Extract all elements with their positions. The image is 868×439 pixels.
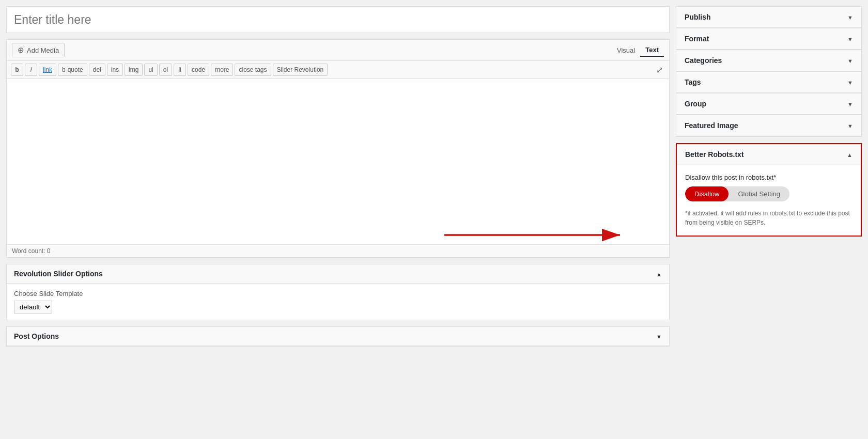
revolution-slider-title: Revolution Slider Options <box>14 270 103 278</box>
word-count-bar: Word count: 0 <box>7 244 669 257</box>
code-button[interactable]: code <box>188 64 209 76</box>
post-title-input[interactable] <box>6 6 670 33</box>
group-panel-title: Group <box>685 100 706 108</box>
group-panel-header[interactable]: Group <box>676 93 861 115</box>
revolution-slider-header[interactable]: Revolution Slider Options <box>7 264 669 284</box>
add-media-button[interactable]: ⊕ Add Media <box>12 43 65 57</box>
sidebar: Publish Format Categories <box>676 6 862 433</box>
format-panel-header[interactable]: Format <box>676 28 861 50</box>
revolution-slider-body: Choose Slide Template default <box>7 284 669 320</box>
categories-chevron-icon <box>847 56 853 65</box>
editor-top-bar: ⊕ Add Media Visual Text <box>7 40 669 61</box>
editor-area: ⊕ Add Media Visual Text b i link b-quote… <box>6 39 670 258</box>
robots-chevron-icon <box>847 150 853 159</box>
close-tags-button[interactable]: close tags <box>235 64 271 76</box>
add-media-label: Add Media <box>27 46 59 54</box>
group-chevron-icon <box>847 100 853 108</box>
link-button[interactable]: link <box>39 64 56 76</box>
categories-panel-header[interactable]: Categories <box>676 50 861 71</box>
publish-panel-title: Publish <box>685 13 711 21</box>
fullscreen-button[interactable]: ⤢ <box>654 64 665 76</box>
media-icon: ⊕ <box>18 45 24 55</box>
more-button[interactable]: more <box>211 64 233 76</box>
publish-panel: Publish <box>676 6 862 28</box>
tab-visual[interactable]: Visual <box>612 44 640 57</box>
ins-button[interactable]: ins <box>107 64 123 76</box>
robots-panel-body: Disallow this post in robots.txt* Disall… <box>677 165 861 236</box>
editor-body[interactable] <box>7 79 669 244</box>
post-options-header[interactable]: Post Options <box>7 327 669 346</box>
format-chevron-icon <box>847 35 853 43</box>
slider-revolution-button[interactable]: Slider Revolution <box>273 64 328 76</box>
del-button[interactable]: del <box>89 64 105 76</box>
img-button[interactable]: img <box>125 64 143 76</box>
tags-panel: Tags <box>676 72 862 93</box>
featured-image-panel: Featured Image <box>676 115 862 137</box>
italic-button[interactable]: i <box>25 64 37 76</box>
revolution-slider-panel: Revolution Slider Options Choose Slide T… <box>6 264 670 320</box>
featured-image-panel-header[interactable]: Featured Image <box>676 115 861 136</box>
word-count-label: Word count: <box>12 247 45 255</box>
revolution-slider-chevron-icon <box>656 270 662 278</box>
editor-tabs: Visual Text <box>612 44 664 57</box>
toggle-group: Disallow Global Setting <box>685 186 789 201</box>
robots-panel: Better Robots.txt Disallow this post in … <box>676 143 862 237</box>
tab-text[interactable]: Text <box>640 44 664 57</box>
bquote-button[interactable]: b-quote <box>58 64 87 76</box>
tags-panel-header[interactable]: Tags <box>676 72 861 93</box>
robots-panel-title: Better Robots.txt <box>685 150 744 159</box>
publish-chevron-icon <box>847 13 853 21</box>
format-panel-title: Format <box>685 35 709 43</box>
post-options-title: Post Options <box>14 332 59 340</box>
word-count-value: 0 <box>47 247 51 255</box>
bold-button[interactable]: b <box>11 64 23 76</box>
featured-image-panel-title: Featured Image <box>685 121 738 130</box>
categories-panel: Categories <box>676 50 862 72</box>
robots-panel-header[interactable]: Better Robots.txt <box>677 144 861 165</box>
global-setting-toggle-button[interactable]: Global Setting <box>729 186 789 201</box>
format-panel: Format <box>676 28 862 50</box>
categories-panel-title: Categories <box>685 56 722 65</box>
ul-button[interactable]: ul <box>144 64 157 76</box>
format-toolbar: b i link b-quote del ins img ul ol li co… <box>7 61 669 79</box>
post-options-chevron-icon <box>656 333 662 340</box>
featured-image-chevron-icon <box>847 121 853 130</box>
disallow-toggle-button[interactable]: Disallow <box>685 186 729 201</box>
tags-chevron-icon <box>847 78 853 86</box>
group-panel: Group <box>676 93 862 115</box>
main-column: ⊕ Add Media Visual Text b i link b-quote… <box>6 6 670 433</box>
li-button[interactable]: li <box>174 64 186 76</box>
publish-panel-header[interactable]: Publish <box>676 7 861 28</box>
ol-button[interactable]: ol <box>159 64 172 76</box>
post-options-panel: Post Options <box>6 326 670 347</box>
tags-panel-title: Tags <box>685 78 701 86</box>
slide-template-select[interactable]: default <box>14 301 52 313</box>
disallow-label: Disallow this post in robots.txt* <box>685 174 853 181</box>
choose-slide-label: Choose Slide Template <box>14 290 662 297</box>
robots-note: *if activated, it will add rules in robo… <box>685 209 853 227</box>
